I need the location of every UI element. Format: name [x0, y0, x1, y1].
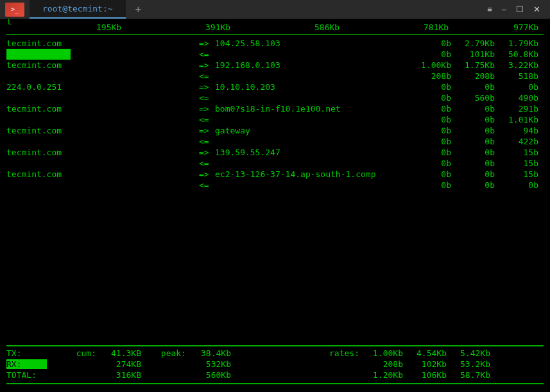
- arrow-in-icon: <=: [199, 92, 215, 103]
- total-cum: 316KB: [96, 370, 141, 380]
- arrow-in-icon: <=: [199, 71, 215, 81]
- rates-label: rates:: [231, 348, 359, 359]
- rate-value: 560b: [451, 92, 495, 103]
- arrow-in-icon: <=: [199, 136, 215, 147]
- window-controls: ≡ – ☐ ✕: [487, 4, 550, 14]
- arrow-out-icon: =>: [199, 38, 215, 49]
- rate-value: 0b: [451, 158, 495, 169]
- connection-out-row: tecmint.com=>104.25.58.1030b2.79Kb1.79Kb: [6, 38, 544, 49]
- minimize-button[interactable]: –: [502, 4, 506, 14]
- local-host: tecmint.com: [6, 38, 199, 49]
- close-button[interactable]: ✕: [533, 4, 540, 14]
- rate-value: 422b: [495, 136, 538, 147]
- rate-value: 0b: [451, 147, 495, 158]
- connection-out-row: 224.0.0.251=>10.10.10.2030b0b0b: [6, 81, 544, 92]
- arrow-in-icon: <=: [199, 180, 215, 191]
- peak-label: peak:: [141, 348, 186, 359]
- total-rate-2: 58.7Kb: [447, 370, 490, 380]
- rate-value: 0b: [451, 125, 495, 136]
- local-host: tecmint.com: [6, 103, 199, 114]
- tx-label: TX:: [6, 348, 39, 359]
- connection-in-row: <=0b0b0b: [6, 180, 544, 191]
- remote-host: 104.25.58.103: [215, 38, 408, 49]
- total-peak: 560Kb: [186, 370, 231, 380]
- rate-value: 0b: [408, 38, 451, 49]
- rate-value: 0b: [408, 180, 451, 191]
- rate-value: 208b: [451, 71, 495, 81]
- connection-in-row: <=0b101Kb50.8Kb: [6, 49, 544, 60]
- rx-rate-0: 208b: [359, 359, 403, 370]
- scale-tick: 781Kb: [424, 22, 449, 32]
- rx-rate-1: 102Kb: [403, 359, 447, 370]
- terminal-content[interactable]: └ 195Kb 391Kb 586Kb 781Kb 977Kb tecmint.…: [0, 19, 550, 392]
- connections-list: tecmint.com=>104.25.58.1030b2.79Kb1.79Kb…: [6, 38, 544, 191]
- connection-in-row: <=0b0b1.01Kb: [6, 114, 544, 125]
- tx-peak: 38.4Kb: [186, 348, 231, 359]
- total-row: TOTAL: 316KB 560Kb 1.20Kb 106Kb 58.7Kb: [6, 370, 544, 380]
- cum-label: cum:: [39, 348, 96, 359]
- remote-host: 139.59.55.247: [215, 147, 408, 158]
- arrow-out-icon: =>: [199, 147, 215, 158]
- total-label: TOTAL:: [6, 370, 39, 380]
- remote-host: ec2-13-126-37-14.ap-south-1.comp: [215, 169, 408, 180]
- rate-value: 15b: [495, 158, 538, 169]
- connection-out-row: tecmint.com=>139.59.55.2470b0b15b: [6, 147, 544, 158]
- remote-host: gateway: [215, 125, 408, 136]
- rate-value: 0b: [408, 125, 451, 136]
- rate-value: 15b: [495, 147, 538, 158]
- rate-value: 0b: [451, 180, 495, 191]
- new-tab-button[interactable]: +: [126, 0, 151, 19]
- rate-value: 0b: [451, 114, 495, 125]
- rate-value: 0b: [408, 158, 451, 169]
- rx-rate-2: 53.2Kb: [447, 359, 490, 370]
- scale-divider: [6, 34, 544, 35]
- rate-value: 15b: [495, 169, 538, 180]
- rx-label: RX:: [6, 359, 39, 370]
- traffic-bar: [6, 49, 71, 60]
- footer-divider: [6, 383, 544, 384]
- connection-in-row: <=0b0b422b: [6, 136, 544, 147]
- rate-value: 0b: [495, 81, 538, 92]
- stats-footer: TX: cum: 41.3KB peak: 38.4Kb rates: 1.00…: [6, 344, 544, 386]
- arrow-out-icon: =>: [199, 169, 215, 180]
- titlebar: >_ root@tecmint:~ + ≡ – ☐ ✕: [0, 0, 550, 19]
- local-host: tecmint.com: [6, 125, 199, 136]
- rate-value: 0b: [408, 136, 451, 147]
- rx-peak: 532Kb: [186, 359, 231, 370]
- scale-tick: 586Kb: [314, 22, 339, 32]
- menu-button[interactable]: ≡: [487, 4, 492, 14]
- connection-out-row: tecmint.com=>ec2-13-126-37-14.ap-south-1…: [6, 169, 544, 180]
- local-host: tecmint.com: [6, 60, 199, 71]
- maximize-button[interactable]: ☐: [516, 4, 524, 14]
- rate-value: 0b: [408, 81, 451, 92]
- rate-value: 208b: [408, 71, 451, 81]
- rate-value: 0b: [451, 103, 495, 114]
- rate-value: 2.79Kb: [451, 38, 495, 49]
- scale-tick: 195Kb: [96, 22, 121, 32]
- connection-in-row: <=208b208b518b: [6, 71, 544, 81]
- connection-out-row: tecmint.com=>bom07s18-in-f10.1e100.net0b…: [6, 103, 544, 114]
- total-rate-0: 1.20Kb: [359, 370, 403, 380]
- rate-value: 1.01Kb: [495, 114, 538, 125]
- rate-value: 0b: [408, 92, 451, 103]
- bandwidth-scale: └ 195Kb 391Kb 586Kb 781Kb 977Kb: [6, 22, 544, 34]
- scale-tick: 977Kb: [513, 22, 538, 32]
- rate-value: 0b: [451, 169, 495, 180]
- rate-value: 0b: [408, 147, 451, 158]
- rate-value: 518b: [495, 71, 538, 81]
- arrow-in-icon: <=: [199, 114, 215, 125]
- remote-host: bom07s18-in-f10.1e100.net: [215, 103, 408, 114]
- rate-value: 0b: [408, 103, 451, 114]
- rate-value: 3.22Kb: [495, 60, 538, 71]
- tx-rate-0: 1.00Kb: [359, 348, 403, 359]
- arrow-out-icon: =>: [199, 103, 215, 114]
- connection-in-row: <=0b560b490b: [6, 92, 544, 103]
- tx-cum: 41.3KB: [96, 348, 141, 359]
- tab-active[interactable]: root@tecmint:~: [30, 0, 126, 19]
- rate-value: 291b: [495, 103, 538, 114]
- total-rate-1: 106Kb: [403, 370, 447, 380]
- rate-value: 94b: [495, 125, 538, 136]
- rate-value: 0b: [495, 180, 538, 191]
- remote-host: 192.168.0.103: [215, 60, 408, 71]
- rate-value: 0b: [451, 136, 495, 147]
